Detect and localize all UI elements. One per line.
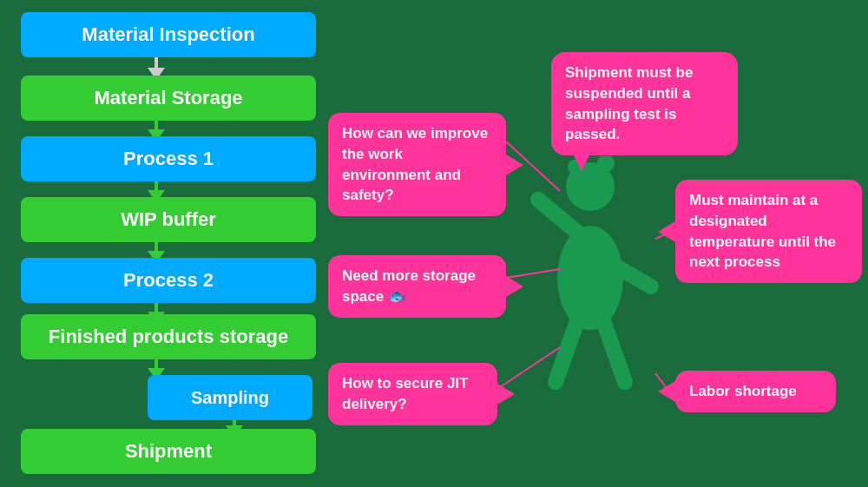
bubble-jit: How to secure JIT delivery? — [328, 363, 497, 425]
process1-box: Process 1 — [21, 136, 316, 181]
bubble-shipment-text: Shipment must be suspended until a sampl… — [565, 64, 693, 142]
wip-buffer-box: WIP buffer — [21, 197, 316, 242]
process1-label: Process 1 — [123, 148, 214, 170]
material-inspection-box: Material Inspection — [21, 12, 316, 57]
material-inspection-label: Material Inspection — [82, 23, 254, 46]
bubble-storage: Need more storage space 🐟 — [328, 255, 506, 318]
person-figure — [521, 156, 660, 417]
wip-buffer-label: WIP buffer — [121, 208, 216, 231]
process2-box: Process 2 — [21, 258, 316, 303]
material-storage-box: Material Storage — [21, 76, 316, 121]
shipment-label: Shipment — [125, 440, 212, 463]
bubble-work-env: How can we improve the work environment … — [328, 113, 506, 216]
bubble-work-env-text: How can we improve the work environment … — [342, 125, 488, 203]
material-storage-label: Material Storage — [94, 87, 242, 109]
bubble-jit-text: How to secure JIT delivery? — [342, 375, 468, 412]
svg-line-5 — [603, 321, 625, 382]
process2-label: Process 2 — [123, 269, 214, 292]
bubble-labor: Labor shortage — [675, 371, 836, 412]
finished-storage-box: Finished products storage — [21, 314, 316, 359]
sampling-label: Sampling — [191, 388, 269, 408]
bubble-labor-text: Labor shortage — [689, 383, 797, 399]
bubble-temperature-text: Must maintain at a designated temperatur… — [689, 192, 836, 270]
shipment-box: Shipment — [21, 429, 316, 474]
bubble-storage-text: Need more storage space 🐟 — [342, 267, 476, 305]
finished-storage-label: Finished products storage — [49, 326, 288, 348]
sampling-box: Sampling — [148, 375, 312, 420]
bubble-shipment-suspend: Shipment must be suspended until a sampl… — [551, 52, 738, 155]
bubble-temperature: Must maintain at a designated temperatur… — [675, 180, 862, 283]
svg-line-4 — [556, 321, 577, 382]
